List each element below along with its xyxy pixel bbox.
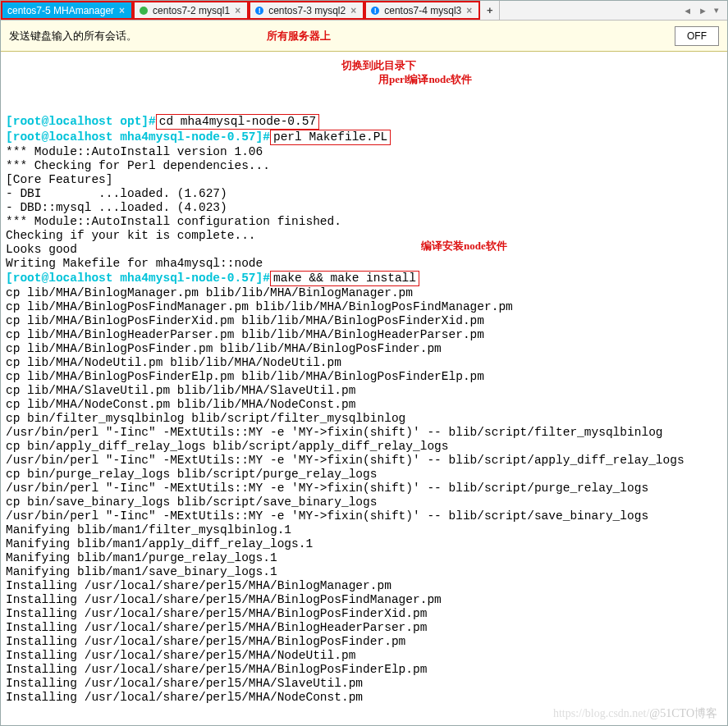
term-line: Installing /usr/local/share/perl5/MHA/Bi… [6,579,391,592]
term-line: *** Module::AutoInstall configuration fi… [6,215,341,228]
close-icon[interactable]: × [119,5,125,16]
broadcast-toolbar: 发送键盘输入的所有会话。 所有服务器上 OFF [1,21,727,52]
tab-label: centos7-5 MHAmanager [7,5,114,16]
annotation-make: 编译安装node软件 [421,239,507,253]
tab-menu-icon[interactable]: ▾ [714,5,719,16]
term-line: Installing /usr/local/share/perl5/MHA/Bi… [6,621,427,634]
cmd-make: make && make install [270,271,419,286]
term-line: [Core Features] [6,173,113,186]
add-tab-button[interactable]: + [480,1,500,20]
term-line: Installing /usr/local/share/perl5/MHA/Bi… [6,663,427,676]
term-line: /usr/bin/perl "-Iinc" -MExtUtils::MY -e … [6,426,663,439]
tab-mysql2[interactable]: ! centos7-3 mysql2 × [249,1,364,20]
term-line: Installing /usr/local/share/perl5/MHA/No… [6,649,355,662]
term-line: Writing Makefile for mha4mysql::node [6,257,263,270]
annotation-cd: 切换到此目录下 [341,58,416,72]
annotation-all-servers: 所有服务器上 [267,29,331,43]
term-line: cp lib/MHA/BinlogPosFinder.pm blib/lib/M… [6,342,442,355]
term-line: cp bin/apply_diff_relay_logs blib/script… [6,440,449,453]
broadcast-off-button[interactable]: OFF [675,26,719,46]
term-line: Checking if your kit is complete... [6,229,256,242]
alert-dot-icon: ! [255,7,263,15]
term-line: cp lib/MHA/NodeUtil.pm blib/lib/MHA/Node… [6,356,341,369]
term-line: Installing /usr/local/share/perl5/MHA/Bi… [6,593,442,606]
status-dot-icon [140,7,148,15]
term-line: Manifying blib/man1/save_binary_logs.1 [6,565,277,578]
term-line: Manifying blib/man1/filter_mysqlbinlog.1 [6,523,291,537]
term-line: cp lib/MHA/BinlogManager.pm blib/lib/MHA… [6,286,413,299]
close-icon[interactable]: × [235,5,240,16]
terminal-output[interactable]: 切换到此目录下 用perl编译node软件 编译安装node软件 [root@l… [1,52,727,725]
cmd-perl: perl Makefile.PL [270,130,391,145]
term-line: cp lib/MHA/BinlogPosFindManager.pm blib/… [6,300,513,313]
term-line: /usr/bin/perl "-Iinc" -MExtUtils::MY -e … [6,509,648,523]
shell-prompt: [root@localhost mha4mysql-node-0.57]# [6,272,270,285]
tab-mhamanager[interactable]: centos7-5 MHAmanager × [1,1,133,20]
shell-prompt: [root@localhost opt]# [6,115,156,128]
term-line: Manifying blib/man1/apply_diff_relay_log… [6,537,313,550]
term-line: cp lib/MHA/BinlogPosFinderElp.pm blib/li… [6,370,484,383]
term-line: Installing /usr/local/share/perl5/MHA/Sl… [6,677,363,690]
term-line: Manifying blib/man1/purge_relay_logs.1 [6,551,277,564]
watermark: https://blog.csdn.net/@51CTO博客 [553,706,717,720]
prev-tab-icon[interactable]: ◄ [683,6,692,16]
term-line: /usr/bin/perl "-Iinc" -MExtUtils::MY -e … [6,454,685,467]
term-line: - DBI ...loaded. (1.627) [6,187,227,200]
term-line: Installing /usr/local/share/perl5/MHA/Bi… [6,635,405,648]
term-line: Installing /usr/local/share/perl5/MHA/No… [6,691,363,704]
term-line: *** Checking for Perl dependencies... [6,159,270,172]
annotation-perl: 用perl编译node软件 [378,72,472,86]
broadcast-hint: 发送键盘输入的所有会话。 [9,29,137,43]
term-line: /usr/bin/perl "-Iinc" -MExtUtils::MY -e … [6,482,648,495]
term-line: cp lib/MHA/BinlogHeaderParser.pm blib/li… [6,328,484,341]
close-icon[interactable]: × [350,5,356,16]
next-tab-icon[interactable]: ► [698,6,707,16]
tab-label: centos7-2 mysql1 [153,5,230,16]
tab-mysql3[interactable]: ! centos7-4 mysql3 × [364,1,480,20]
term-line: cp bin/save_binary_logs blib/script/save… [6,495,377,509]
term-line: - DBD::mysql ...loaded. (4.023) [6,201,227,214]
term-line: Looks good [6,243,77,256]
close-icon[interactable]: × [466,5,472,16]
term-line: *** Module::AutoInstall version 1.06 [6,145,263,158]
tab-bar: centos7-5 MHAmanager × centos7-2 mysql1 … [1,1,727,21]
term-line: cp bin/filter_mysqlbinlog blib/script/fi… [6,412,405,425]
tab-nav: ◄ ► ▾ [675,1,727,20]
cmd-cd: cd mha4mysql-node-0.57 [156,114,319,130]
alert-dot-icon: ! [371,7,379,15]
term-line: cp bin/purge_relay_logs blib/script/purg… [6,468,377,481]
term-line: Installing /usr/local/share/perl5/MHA/Bi… [6,607,427,620]
term-line: cp lib/MHA/NodeConst.pm blib/lib/MHA/Nod… [6,398,355,411]
shell-prompt: [root@localhost mha4mysql-node-0.57]# [6,130,270,144]
tab-label: centos7-4 mysql3 [384,5,461,16]
term-line: cp lib/MHA/SlaveUtil.pm blib/lib/MHA/Sla… [6,384,355,397]
term-line: cp lib/MHA/BinlogPosFinderXid.pm blib/li… [6,314,484,327]
tab-label: centos7-3 mysql2 [268,5,346,16]
tab-mysql1[interactable]: centos7-2 mysql1 × [133,1,249,20]
